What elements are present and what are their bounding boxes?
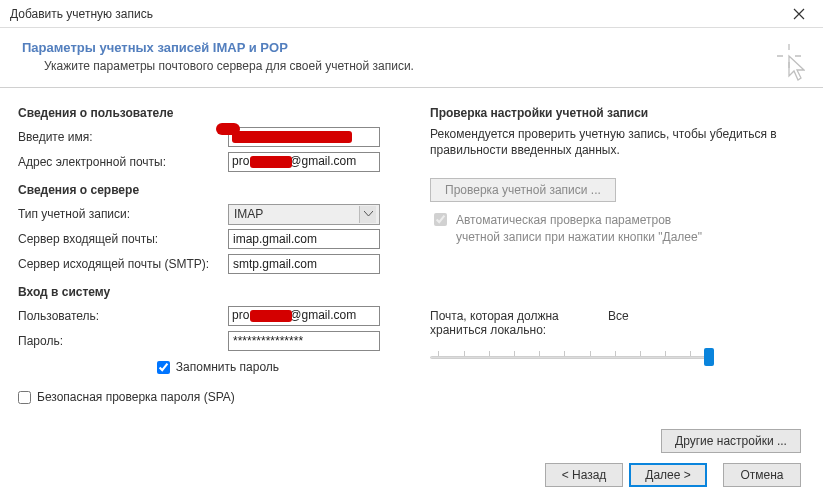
acct-type-value: IMAP (234, 207, 263, 221)
auto-test-checkbox (434, 213, 447, 226)
outbox-label: Сервер исходящей почты (SMTP): (18, 257, 228, 271)
window-title: Добавить учетную запись (10, 7, 153, 21)
slider-label-right: Все (608, 309, 629, 337)
slider-label-left: Почта, которая должна храниться локально… (430, 309, 580, 337)
spa-checkbox[interactable]: Безопасная проверка пароля (SPA) (18, 390, 235, 404)
slider-thumb[interactable] (704, 348, 714, 366)
email-input-wrap: pro@gmail.com (228, 152, 380, 172)
acct-type-label: Тип учетной записи: (18, 207, 228, 221)
password-input[interactable] (228, 331, 380, 351)
chevron-down-icon (359, 206, 376, 223)
click-cursor-icon (775, 42, 805, 87)
other-settings-button[interactable]: Другие настройки ... (661, 429, 801, 453)
password-label: Пароль: (18, 334, 228, 348)
user-input-wrap: pro@gmail.com (228, 306, 380, 326)
cancel-button[interactable]: Отмена (723, 463, 801, 487)
mail-retention-slider[interactable] (430, 347, 710, 367)
remember-password-label: Запомнить пароль (176, 360, 279, 374)
spa-label: Безопасная проверка пароля (SPA) (37, 390, 235, 404)
login-section-title: Вход в систему (18, 285, 418, 299)
name-label: Введите имя: (18, 130, 228, 144)
auto-test-label: Автоматическая проверка параметров учетн… (456, 212, 716, 244)
page-subtitle: Укажите параметры почтового сервера для … (44, 59, 803, 73)
name-input[interactable] (228, 127, 380, 147)
spa-box[interactable] (18, 391, 31, 404)
user-input[interactable] (228, 306, 380, 326)
outbox-input[interactable] (228, 254, 380, 274)
user-section-title: Сведения о пользователе (18, 106, 418, 120)
name-input-wrap (228, 127, 380, 147)
close-icon[interactable] (781, 4, 817, 24)
server-section-title: Сведения о сервере (18, 183, 418, 197)
remember-password-box[interactable] (157, 361, 170, 374)
acct-type-select[interactable]: IMAP (228, 204, 380, 225)
inbox-label: Сервер входящей почты: (18, 232, 228, 246)
back-button[interactable]: < Назад (545, 463, 623, 487)
next-button[interactable]: Далее > (629, 463, 707, 487)
test-account-button: Проверка учетной записи ... (430, 178, 616, 202)
email-label: Адрес электронной почты: (18, 155, 228, 169)
page-title: Параметры учетных записей IMAP и POP (22, 40, 803, 55)
user-label: Пользователь: (18, 309, 228, 323)
email-input[interactable] (228, 152, 380, 172)
test-section-title: Проверка настройки учетной записи (430, 106, 801, 120)
test-section-desc: Рекомендуется проверить учетную запись, … (430, 126, 801, 158)
inbox-input[interactable] (228, 229, 380, 249)
remember-password-checkbox[interactable]: Запомнить пароль (157, 360, 279, 374)
